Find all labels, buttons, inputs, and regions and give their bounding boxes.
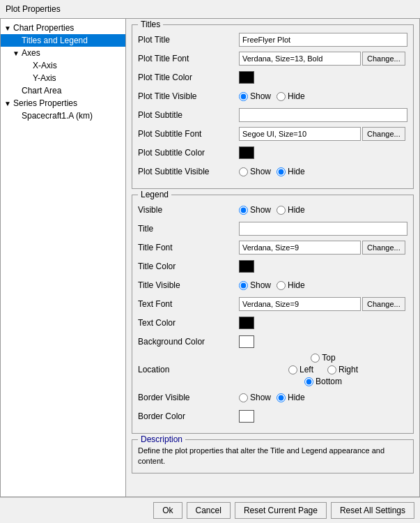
plot-subtitle-show-option[interactable]: Show bbox=[239, 167, 271, 176]
tree-item-spacecraft[interactable]: Spacecraft1.A (km) bbox=[1, 109, 125, 122]
legend-title-input[interactable] bbox=[239, 222, 407, 236]
tree-item-chart-area[interactable]: Chart Area bbox=[1, 84, 125, 97]
legend-border-hide-option[interactable]: Hide bbox=[277, 393, 305, 402]
legend-title-font-change-button[interactable]: Change... bbox=[362, 241, 405, 255]
legend-title-hide-option[interactable]: Hide bbox=[277, 280, 305, 290]
plot-title-show-radio[interactable] bbox=[239, 92, 248, 101]
plot-subtitle-hide-radio[interactable] bbox=[277, 167, 286, 176]
plot-title-font-row: Plot Title Font Change... bbox=[138, 51, 407, 66]
legend-show-option[interactable]: Show bbox=[239, 205, 271, 215]
plot-title-hide-option[interactable]: Hide bbox=[277, 91, 305, 101]
tree-label-spacecraft: Spacecraft1.A (km) bbox=[22, 111, 93, 121]
legend-border-color-swatch[interactable] bbox=[239, 410, 254, 423]
legend-visible-label: Visible bbox=[138, 205, 239, 215]
plot-title-font-input[interactable] bbox=[239, 52, 361, 66]
titles-content: Plot Title Plot Title Font Change... bbox=[132, 25, 413, 188]
tree-label-titles-and-legend: Titles and Legend bbox=[22, 36, 88, 45]
legend-title-hide-radio[interactable] bbox=[277, 281, 286, 290]
location-right-radio[interactable] bbox=[327, 365, 336, 374]
plot-subtitle-show-radio[interactable] bbox=[239, 167, 248, 176]
legend-title-font-control: Change... bbox=[239, 241, 407, 255]
legend-title-font-input[interactable] bbox=[239, 241, 361, 255]
legend-text-font-label: Text Font bbox=[138, 299, 239, 309]
plot-title-color-row: Plot Title Color bbox=[138, 70, 407, 85]
legend-border-show-radio[interactable] bbox=[239, 393, 248, 402]
plot-subtitle-font-change-button[interactable]: Change... bbox=[362, 127, 405, 141]
legend-text-color-swatch[interactable] bbox=[239, 317, 254, 329]
location-top-row: Top bbox=[311, 353, 335, 363]
plot-title-color-swatch[interactable] bbox=[239, 71, 254, 84]
location-top-option[interactable]: Top bbox=[311, 353, 335, 363]
tree-item-x-axis[interactable]: X-Axis bbox=[1, 59, 125, 72]
plot-subtitle-input[interactable] bbox=[239, 108, 407, 122]
tree-item-titles-and-legend[interactable]: Titles and Legend bbox=[1, 34, 125, 47]
right-panel: Titles Plot Title Plot Title Font bbox=[125, 18, 420, 497]
legend-border-show-option[interactable]: Show bbox=[239, 393, 271, 402]
legend-title-color-swatch[interactable] bbox=[239, 260, 254, 273]
tree-item-series-properties[interactable]: ▼ Series Properties bbox=[1, 97, 125, 109]
plot-subtitle-font-control: Change... bbox=[239, 127, 407, 141]
expand-placeholder-yaxis bbox=[23, 74, 31, 82]
legend-visible-control: Show Hide bbox=[239, 205, 407, 215]
expand-placeholder-chartarea bbox=[12, 86, 20, 95]
tree-label-axes: Axes bbox=[22, 48, 40, 58]
location-bottom-option[interactable]: Bottom bbox=[304, 377, 342, 386]
plot-subtitle-color-row: Plot Subtitle Color bbox=[138, 145, 407, 160]
plot-title-font-change-button[interactable]: Change... bbox=[362, 52, 405, 66]
location-top-radio[interactable] bbox=[311, 354, 320, 363]
tree-item-chart-properties[interactable]: ▼ Chart Properties bbox=[1, 22, 125, 34]
plot-subtitle-hide-option[interactable]: Hide bbox=[277, 167, 305, 176]
legend-bg-color-control bbox=[239, 335, 407, 348]
legend-visible-row: Visible Show Hide bbox=[138, 202, 407, 218]
location-right-option[interactable]: Right bbox=[327, 365, 358, 374]
legend-text-font-row: Text Font Change... bbox=[138, 296, 407, 312]
description-section: Description Define the plot properties t… bbox=[132, 439, 414, 473]
expand-icon-series: ▼ bbox=[3, 99, 12, 107]
legend-title-show-radio[interactable] bbox=[239, 281, 248, 290]
tree-item-y-axis[interactable]: Y-Axis bbox=[1, 72, 125, 84]
location-left-option[interactable]: Left bbox=[288, 365, 313, 374]
plot-subtitle-font-input[interactable] bbox=[239, 127, 361, 141]
plot-subtitle-color-swatch[interactable] bbox=[239, 146, 254, 159]
location-bottom-radio[interactable] bbox=[304, 377, 313, 386]
legend-hide-radio[interactable] bbox=[277, 206, 286, 215]
ok-button[interactable]: Ok bbox=[153, 502, 182, 519]
plot-title-input[interactable] bbox=[239, 33, 407, 47]
legend-border-hide-radio[interactable] bbox=[277, 393, 286, 402]
legend-title-color-control bbox=[239, 260, 407, 273]
bottom-bar: Ok Cancel Reset Current Page Reset All S… bbox=[0, 497, 420, 523]
plot-subtitle-label: Plot Subtitle bbox=[138, 110, 239, 120]
titles-section-label: Titles bbox=[138, 20, 163, 29]
reset-current-page-button[interactable]: Reset Current Page bbox=[235, 502, 327, 519]
titles-section: Titles Plot Title Plot Title Font bbox=[132, 24, 414, 189]
legend-text-color-row: Text Color bbox=[138, 315, 407, 331]
legend-content: Visible Show Hide Title bbox=[132, 195, 413, 433]
plot-title-show-option[interactable]: Show bbox=[239, 91, 271, 101]
legend-section: Legend Visible Show Hide bbox=[132, 195, 414, 434]
window-title: Plot Properties bbox=[0, 0, 420, 18]
plot-title-font-label: Plot Title Font bbox=[138, 54, 239, 63]
main-area: ▼ Chart Properties Titles and Legend ▼ A… bbox=[0, 18, 420, 497]
legend-location-label: Location bbox=[138, 365, 239, 374]
reset-all-settings-button[interactable]: Reset All Settings bbox=[331, 502, 414, 519]
legend-bg-color-row: Background Color bbox=[138, 334, 407, 349]
legend-show-radio[interactable] bbox=[239, 206, 248, 215]
legend-hide-option[interactable]: Hide bbox=[277, 205, 305, 215]
legend-text-font-change-button[interactable]: Change... bbox=[362, 297, 405, 311]
plot-subtitle-visible-label: Plot Subtitle Visible bbox=[138, 167, 239, 176]
plot-title-hide-radio[interactable] bbox=[277, 92, 286, 101]
cancel-button[interactable]: Cancel bbox=[187, 502, 231, 519]
location-left-radio[interactable] bbox=[288, 365, 297, 374]
legend-title-color-row: Title Color bbox=[138, 259, 407, 274]
tree-item-axes[interactable]: ▼ Axes bbox=[1, 47, 125, 59]
legend-title-visible-label: Title Visible bbox=[138, 280, 239, 290]
legend-title-show-option[interactable]: Show bbox=[239, 280, 271, 290]
legend-border-color-label: Border Color bbox=[138, 411, 239, 421]
location-mid-row: Left Right bbox=[288, 365, 358, 374]
legend-title-row: Title bbox=[138, 221, 407, 236]
legend-text-font-input[interactable] bbox=[239, 297, 361, 311]
plot-title-visible-control: Show Hide bbox=[239, 91, 407, 101]
legend-title-color-label: Title Color bbox=[138, 262, 239, 271]
legend-border-color-row: Border Color bbox=[138, 409, 407, 424]
legend-bg-color-swatch[interactable] bbox=[239, 335, 254, 348]
